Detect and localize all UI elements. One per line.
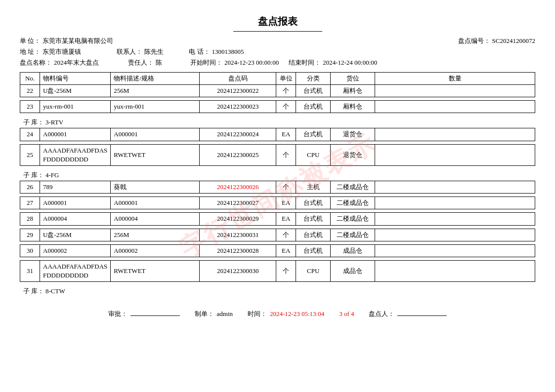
cell-no: 29	[20, 229, 40, 241]
cell-category: 台式机	[296, 229, 331, 241]
creator-item: 制单： admin	[195, 310, 233, 318]
cell-desc: 256M	[111, 229, 200, 241]
col-header-category: 分类	[296, 73, 331, 85]
time-value: 2024-12-23 05:13:04	[270, 310, 324, 318]
cell-barcode: 2024122300022	[200, 85, 276, 97]
spacer-row	[20, 97, 535, 101]
table-row: 29 U盘-256M 256M 2024122300031 个 台式机 二楼成品…	[20, 229, 535, 241]
sub-label: 子 库：	[23, 118, 44, 126]
company-label: 单 位：	[20, 37, 41, 45]
table-row: 31 AAAADFAFAADFDASFDDDDDDDDD RWETWET 202…	[20, 260, 535, 281]
table-row: 27 A000001 A000001 2024122300027 EA 台式机 …	[20, 197, 535, 209]
cell-no: 24	[20, 128, 40, 141]
cell-location: 二楼成品仓	[331, 229, 375, 241]
cell-location: 成品仓	[331, 260, 375, 281]
cell-unit: 个	[276, 181, 296, 193]
cell-barcode: 2024122300026	[200, 181, 276, 193]
inventory-table: No. 物料编号 物料描述/规格 盘点码 单位 分类 货位 数量 22 U盘-2…	[20, 72, 535, 297]
sub-label: 子 库：	[23, 287, 44, 295]
col-header-qty: 数量	[375, 73, 535, 85]
time-label: 时间：	[248, 310, 267, 318]
cell-desc: RWETWET	[111, 260, 200, 281]
sub-warehouse-label: 子 库： 4-FG	[20, 169, 535, 181]
sub-warehouse-row: 子 库： 3-RTV	[20, 116, 535, 128]
contact-value: 陈先生	[144, 47, 174, 56]
cell-category: 台式机	[296, 244, 331, 257]
cell-category: 台式机	[296, 101, 331, 113]
time-item: 时间： 2024-12-23 05:13:04	[248, 310, 324, 318]
cell-code: U盘-256M	[40, 85, 111, 97]
cell-barcode: 2024122300028	[200, 244, 276, 257]
approve-label: 审批：	[108, 310, 128, 318]
cell-desc: A000002	[111, 244, 200, 257]
cell-desc: A000001	[111, 128, 200, 141]
sub-warehouse-label: 子 库： 3-RTV	[20, 116, 535, 128]
cell-location: 退货仓	[331, 144, 375, 165]
cell-unit: EA	[276, 244, 296, 257]
cell-qty	[375, 101, 535, 113]
cell-unit: 个	[276, 85, 296, 97]
cell-barcode: 2024122300029	[200, 213, 276, 225]
table-row: 28 A000004 A000004 2024122300029 EA 台式机 …	[20, 213, 535, 225]
address-label: 地 址：	[20, 47, 41, 56]
sub-value: 8-CTW	[45, 287, 65, 295]
report-number-block: 盘点编号： SC20241200072	[458, 37, 535, 45]
cell-location: 二楼成品仓	[331, 197, 375, 209]
cell-qty	[375, 128, 535, 141]
cell-qty	[375, 244, 535, 257]
cell-location: 厢料仓	[331, 85, 375, 97]
approve-value	[130, 315, 180, 316]
col-header-no: No.	[20, 73, 40, 85]
report-number-label: 盘点编号：	[458, 37, 490, 44]
cell-barcode: 2024122300030	[200, 260, 276, 281]
cell-desc: yux-rm-001	[111, 101, 200, 113]
cell-unit: 个	[276, 229, 296, 241]
cell-location: 成品仓	[331, 244, 375, 257]
cell-barcode: 2024122300024	[200, 128, 276, 141]
table-row: 25 AAAADFAFAADFDASFDDDDDDDDD RWETWET 202…	[20, 144, 535, 165]
page-title: 盘点报表	[20, 15, 535, 28]
cell-barcode: 2024122300027	[200, 197, 276, 209]
cell-code: yux-rm-001	[40, 101, 111, 113]
spacer-row	[20, 194, 535, 197]
cell-category: 主机	[296, 181, 331, 193]
responsible-value: 陈	[156, 58, 175, 67]
cell-code: A000001	[40, 128, 111, 141]
cell-no: 25	[20, 144, 40, 165]
cell-desc: A000004	[111, 213, 200, 225]
report-number-value: SC20241200072	[492, 37, 535, 44]
cell-unit: EA	[276, 213, 296, 225]
sub-warehouse-row: 子 库： 8-CTW	[20, 285, 535, 297]
cell-location: 厢料仓	[331, 101, 375, 113]
sub-value: 4-FG	[45, 171, 59, 179]
col-header-desc: 物料描述/规格	[111, 73, 200, 85]
cell-no: 22	[20, 85, 40, 97]
counter-value	[397, 315, 447, 316]
cell-code: U盘-256M	[40, 229, 111, 241]
counter-item: 盘点人：	[369, 310, 447, 318]
cell-code: A000004	[40, 213, 111, 225]
cell-location: 二楼成品仓	[331, 181, 375, 193]
creator-label: 制单：	[195, 310, 214, 318]
cell-desc: 256M	[111, 85, 200, 97]
phone-label: 电 话：	[189, 47, 210, 56]
table-row: 24 A000001 A000001 2024122300024 EA 台式机 …	[20, 128, 535, 141]
cell-no: 31	[20, 260, 40, 281]
spacer-row	[20, 225, 535, 229]
cell-no: 27	[20, 197, 40, 209]
cell-category: 台式机	[296, 85, 331, 97]
start-time-label: 开始时间：	[190, 58, 222, 67]
spacer-row	[20, 257, 535, 260]
cell-category: CPU	[296, 144, 331, 165]
cell-qty	[375, 85, 535, 97]
spacer-row	[20, 141, 535, 144]
cell-qty	[375, 229, 535, 241]
responsible-label: 责任人：	[128, 58, 154, 67]
inventory-name-value: 2024年末大盘点	[54, 58, 113, 67]
cell-location: 二楼成品仓	[331, 213, 375, 225]
header-section: 单 位： 东莞市某某电脑有限公司 盘点编号： SC20241200072 地 址…	[20, 37, 535, 67]
cell-barcode: 2024122300023	[200, 101, 276, 113]
footer: 审批： 制单： admin 时间： 2024-12-23 05:13:04 3 …	[20, 307, 535, 318]
inventory-name-label: 盘点名称：	[20, 58, 52, 67]
col-header-barcode: 盘点码	[200, 73, 276, 85]
